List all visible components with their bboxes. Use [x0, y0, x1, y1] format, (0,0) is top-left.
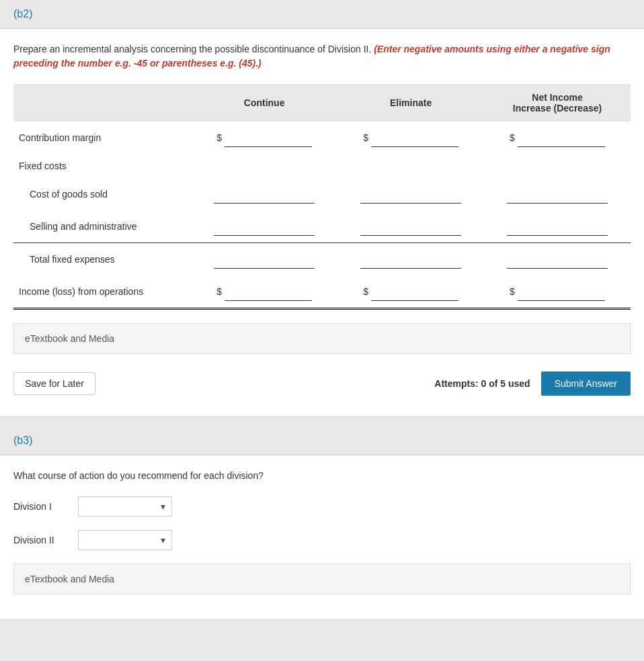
division-i-select-wrapper: Continue Eliminate: [78, 496, 172, 517]
input-contribution-eliminate[interactable]: [371, 128, 458, 147]
cell-total-fixed-eliminate: [337, 243, 484, 276]
attempts-text: Attempts: 0 of 5 used: [434, 378, 530, 389]
label-contribution-margin: Contribution margin: [13, 122, 191, 154]
cell-income-continue: $: [191, 275, 337, 309]
col-header-empty: [13, 84, 191, 122]
table-row-income: Income (loss) from operations $ $: [13, 275, 631, 309]
b2-etextbook-bar: eTextbook and Media: [13, 323, 631, 354]
input-cogs-eliminate[interactable]: [360, 185, 461, 204]
input-total-fixed-eliminate[interactable]: [360, 250, 461, 269]
b2-instruction: Prepare an incremental analysis concerni…: [13, 42, 631, 71]
input-total-fixed-continue[interactable]: [214, 250, 315, 269]
input-selling-continue[interactable]: [214, 217, 315, 236]
input-selling-eliminate[interactable]: [360, 217, 461, 236]
input-selling-net[interactable]: [507, 217, 608, 236]
cell-selling-net: [484, 210, 631, 243]
b3-header: (b3): [0, 427, 644, 455]
cell-income-net: $: [484, 275, 631, 309]
cell-cogs-continue: [191, 178, 337, 210]
col-header-eliminate: Eliminate: [337, 84, 484, 122]
dollar-sign: $: [510, 286, 515, 297]
b3-etextbook-bar: eTextbook and Media: [13, 564, 631, 594]
division-ii-select-wrapper: Continue Eliminate: [78, 530, 172, 550]
label-selling-admin: Selling and administrative: [13, 210, 191, 243]
dollar-sign: $: [216, 286, 222, 297]
b3-question: What course of action do you recommend f…: [13, 469, 631, 483]
dollar-sign: $: [363, 132, 368, 143]
cell-contribution-continue: $: [191, 122, 337, 154]
input-income-eliminate[interactable]: [371, 282, 458, 301]
b2-label: (b2): [13, 8, 32, 19]
label-total-fixed: Total fixed expenses: [13, 243, 191, 276]
col-header-net-income: Net Income Increase (Decrease): [484, 84, 631, 122]
col-header-continue: Continue: [191, 84, 337, 122]
table-row-cogs: Cost of goods sold: [13, 178, 631, 210]
input-income-net[interactable]: [518, 282, 605, 301]
cell-selling-continue: [191, 210, 337, 243]
table-row-fixed-costs: Fixed costs: [13, 154, 631, 178]
b3-label: (b3): [13, 435, 32, 446]
b2-etextbook-label: eTextbook and Media: [25, 333, 114, 344]
analysis-table: Continue Eliminate Net Income Increase (…: [13, 84, 631, 310]
b2-footer: Save for Later Attempts: 0 of 5 used Sub…: [13, 365, 631, 402]
table-header-row: Continue Eliminate Net Income Increase (…: [13, 84, 631, 122]
division-ii-label: Division II: [13, 535, 67, 545]
footer-right: Attempts: 0 of 5 used Submit Answer: [434, 371, 631, 396]
b2-section: (b2) Prepare an incremental analysis con…: [0, 0, 644, 416]
table-row-selling: Selling and administrative: [13, 210, 631, 243]
input-total-fixed-net[interactable]: [507, 250, 608, 269]
table-row-total-fixed: Total fixed expenses: [13, 243, 631, 276]
input-contribution-net[interactable]: [518, 128, 605, 147]
cell-cogs-eliminate: [337, 178, 484, 210]
cell-total-fixed-net: [484, 243, 631, 276]
b2-body: Prepare an incremental analysis concerni…: [0, 29, 644, 416]
division-ii-select[interactable]: Continue Eliminate: [78, 530, 172, 550]
cell-selling-eliminate: [337, 210, 484, 243]
dollar-sign: $: [510, 132, 515, 143]
label-cogs: Cost of goods sold: [13, 178, 191, 210]
division-i-select[interactable]: Continue Eliminate: [78, 496, 172, 517]
b2-header: (b2): [0, 0, 644, 29]
save-later-button[interactable]: Save for Later: [13, 372, 95, 395]
input-cogs-continue[interactable]: [214, 185, 315, 204]
b3-etextbook-label: eTextbook and Media: [25, 574, 114, 584]
label-income-ops: Income (loss) from operations: [13, 275, 191, 309]
dollar-sign: $: [363, 286, 368, 297]
division-ii-row: Division II Continue Eliminate: [13, 530, 631, 550]
cell-contribution-eliminate: $: [337, 122, 484, 154]
cell-cogs-net: [484, 178, 631, 210]
dollar-sign: $: [216, 132, 222, 143]
cell-contribution-net: $: [484, 122, 631, 154]
input-cogs-net[interactable]: [507, 185, 608, 204]
input-contribution-continue[interactable]: [225, 128, 312, 147]
division-i-label: Division I: [13, 501, 67, 512]
submit-answer-button[interactable]: Submit Answer: [541, 371, 631, 396]
cell-total-fixed-continue: [191, 243, 337, 276]
cell-income-eliminate: $: [337, 275, 484, 309]
b3-body: What course of action do you recommend f…: [0, 455, 644, 619]
b3-section: (b3) What course of action do you recomm…: [0, 427, 644, 619]
input-income-continue[interactable]: [225, 282, 312, 301]
table-row-contribution: Contribution margin $ $: [13, 122, 631, 154]
label-fixed-costs: Fixed costs: [13, 154, 191, 178]
division-i-row: Division I Continue Eliminate: [13, 496, 631, 517]
